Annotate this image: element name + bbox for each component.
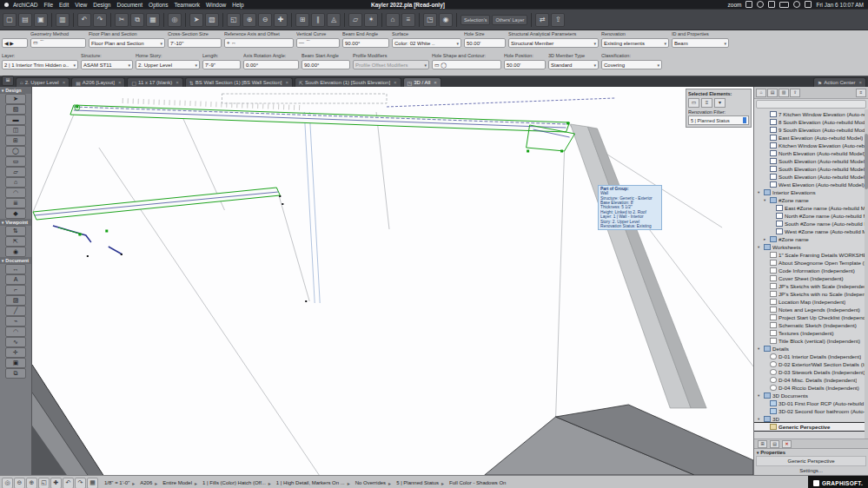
status-segment[interactable]: 1 | Fills (Color) Hatch (Off... ▸ (200, 480, 274, 486)
drawing-area[interactable]: Part of Group:WallStructure: Generic - E… (32, 87, 753, 475)
roof-mass-left[interactable] (32, 365, 103, 475)
toolbar-icon[interactable] (529, 13, 533, 27)
spotlight-icon[interactable] (793, 1, 800, 8)
others-layer-label[interactable]: Others' Layer (492, 15, 527, 25)
palette-item[interactable]: Document (0, 257, 31, 264)
label-tool[interactable]: ⌐ (0, 285, 31, 295)
fit-in-window-icon[interactable]: ◱ (227, 13, 241, 27)
save-icon[interactable]: ▣ (34, 13, 48, 27)
roof-tool[interactable]: ⌂ (0, 177, 31, 188)
wifi-icon[interactable] (768, 1, 775, 8)
infobox-control[interactable]: 90.00° (342, 38, 389, 48)
control-center-icon[interactable] (805, 1, 812, 8)
close-panel-icon[interactable]: ✕ (782, 440, 792, 448)
view-tab[interactable]: ◳ 3D / All (403, 77, 441, 87)
navigator-item[interactable]: West Elevation (Auto-rebuild Model) (754, 181, 868, 188)
window-tool[interactable]: ⊞ (0, 135, 31, 146)
renovation-filter-dropdown[interactable]: 5 | Planned Status (688, 115, 749, 125)
toolbar-icon[interactable] (342, 13, 347, 27)
navigator-item[interactable]: 3D-01 First Floor RCP (Auto-rebuild Mode… (754, 399, 868, 407)
scrollbar-thumb[interactable] (865, 134, 868, 189)
infobox-control[interactable]: 50.00' (464, 38, 506, 48)
arc-tool[interactable]: ◠ (0, 326, 31, 337)
display-icon[interactable] (745, 1, 752, 8)
navigator-item[interactable]: JP's Sketchs with no Scale (Independent) (754, 290, 868, 298)
figure-tool[interactable]: ▣ (0, 358, 31, 368)
view-map-icon[interactable]: ▤ (767, 89, 778, 97)
pick-up-parameters-icon[interactable]: ▾ (714, 98, 726, 108)
navigator-item[interactable]: East Elevation (Auto-rebuild Model) (754, 134, 868, 142)
menu-item[interactable]: Document (116, 2, 142, 8)
navigator-item[interactable]: Schematic Sketch (Independent) (754, 321, 868, 329)
navigator-item[interactable]: Title Block (vertical) (Independent) (754, 337, 868, 345)
infobox-control[interactable]: 7'-10" (168, 38, 222, 48)
quick-view-icon[interactable]: ↷ (75, 478, 86, 488)
status-segment[interactable]: 1/8" = 1'-0" ▸ (102, 480, 137, 486)
pop-up-navigator-icon[interactable]: ⊞ (2, 76, 14, 86)
suspend-groups-icon[interactable]: ▱ (348, 13, 362, 27)
expand-arrow-icon[interactable] (758, 393, 762, 398)
palette-item[interactable]: Design (0, 87, 31, 94)
camera-icon[interactable]: ◉ (439, 13, 453, 27)
navigator-item[interactable]: 1" Scale Framing Details WORKSHEET (Inde… (754, 251, 868, 259)
undo-icon[interactable]: ↶ (77, 13, 91, 27)
toolbar-icon[interactable] (50, 13, 54, 27)
status-segment[interactable]: 5 | Planned Status ▸ (394, 480, 447, 486)
navigator-item[interactable]: Location Map (Independent) (754, 298, 868, 306)
dimension-tool[interactable]: ↔ (0, 264, 31, 274)
menu-item[interactable]: View (75, 2, 87, 8)
publish-icon[interactable]: ⇪ (551, 13, 565, 27)
quick-view-icon[interactable]: ◎ (2, 478, 13, 488)
toolbar-icon[interactable] (71, 13, 76, 27)
segment-arrow-icon[interactable]: ▸ (195, 480, 197, 486)
navigator-item[interactable]: South #Zone name (Auto-rebuild Model) (754, 220, 868, 228)
cut-icon[interactable]: ✂ (115, 13, 129, 27)
navigator-item[interactable]: South Elevation (Auto-rebuild Model) (754, 173, 868, 181)
expand-arrow-icon[interactable] (758, 417, 762, 421)
navigator-item[interactable]: D-04 Misc. Details (Independent) (754, 376, 868, 384)
navigator-item[interactable]: #Zone name (754, 235, 868, 243)
navigator-item[interactable]: Code Information (Independent) (754, 267, 868, 274)
infobox-control[interactable]: 90.00° (301, 60, 350, 69)
selected-wall-band[interactable] (33, 188, 280, 254)
view-tab[interactable]: ⇱ South Elevation (1) [South Elevation] (295, 77, 401, 87)
toolbar-icon[interactable] (289, 13, 294, 27)
navigator-item[interactable]: South Elevation (Auto-rebuild Model) (754, 157, 868, 165)
view-tab[interactable]: ⇅ BS Wall Section (1) [BS Wall Section] (185, 77, 293, 87)
navigator-item[interactable]: Worksheets (754, 243, 868, 251)
filter-scroll-nub[interactable] (743, 117, 746, 123)
navigator-item[interactable]: West #Zone name (Auto-rebuild Model) (754, 228, 868, 235)
menu-item[interactable]: Options (149, 2, 168, 8)
menu-item[interactable]: Design (93, 2, 110, 8)
navigator-item[interactable]: #Zone name (754, 196, 868, 204)
navigator-item[interactable]: 3D-02 Second floor bathroom (Auto-rebuil… (754, 407, 868, 415)
quick-view-icon[interactable]: ↶ (63, 478, 74, 488)
infobox-control[interactable]: ▭ ◯ (432, 60, 501, 69)
status-segment[interactable]: 1 | High Detail, Markers On ... ▸ (274, 480, 353, 486)
infobox-control[interactable]: ▭ ⌒ (30, 38, 86, 48)
shell-tool[interactable]: ◠ (0, 188, 31, 198)
dock-icon[interactable]: ⊞ (758, 440, 767, 448)
infobox-control[interactable]: Standard (548, 60, 599, 69)
line-tool[interactable]: ╱ (0, 306, 31, 316)
object-tool[interactable]: ◆ (0, 208, 31, 219)
layers-icon[interactable]: ≡ (401, 13, 415, 27)
menu-item[interactable]: ArchiCAD (13, 2, 38, 8)
navigator-item[interactable]: Textures (Independent) (754, 329, 868, 337)
tab-close-icon[interactable] (174, 80, 179, 85)
stair-tool[interactable]: ≣ (0, 198, 31, 208)
navigator-item[interactable]: D-01 Interior Details (Independent) (754, 353, 868, 360)
segment-arrow-icon[interactable]: ▸ (441, 480, 444, 486)
gravity-icon[interactable]: ◬ (327, 13, 341, 27)
properties-header[interactable]: Properties (754, 449, 868, 456)
zoom-menu-label[interactable]: zoom (728, 2, 742, 8)
apple-menu-icon[interactable] (4, 3, 9, 7)
selected-roof-fascia[interactable] (70, 105, 570, 132)
copy-icon[interactable]: ⧉ (130, 13, 144, 27)
toolbar-icon[interactable] (380, 13, 384, 27)
status-segment[interactable]: Entire Model ▸ (160, 480, 200, 486)
toolbar-icon[interactable] (454, 13, 459, 27)
navigator-item[interactable]: Details (754, 345, 868, 353)
expand-arrow-icon[interactable] (758, 190, 762, 195)
renovation-icon[interactable]: ⌂ (386, 13, 400, 27)
